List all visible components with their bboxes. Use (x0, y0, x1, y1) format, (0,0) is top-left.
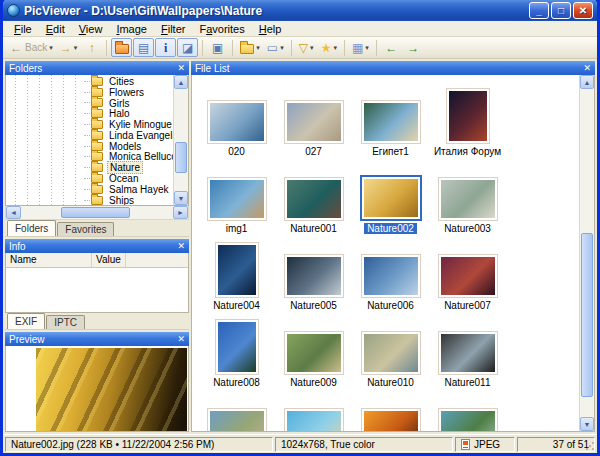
close-button[interactable]: ✕ (573, 2, 593, 19)
favorites-button[interactable]: ★▾ (318, 38, 340, 57)
close-icon[interactable]: ✕ (177, 335, 185, 344)
file-item-nature013[interactable]: Nature013 (275, 388, 352, 431)
tree-item-label: Girls (107, 98, 132, 109)
file-item-nature003[interactable]: Nature003 (429, 157, 506, 234)
chevron-down-icon[interactable]: ▾ (310, 44, 314, 52)
toolbar-separator (344, 40, 345, 56)
menu-view[interactable]: View (72, 22, 110, 36)
scroll-down-icon[interactable]: ▼ (580, 417, 594, 431)
thumbnail-image (287, 180, 341, 218)
tree-item-cities[interactable]: Cities (6, 76, 173, 87)
info-toggle-button[interactable]: i (155, 38, 176, 57)
chevron-down-icon[interactable]: ▾ (74, 44, 78, 52)
tree-item-flowers[interactable]: Flowers (6, 87, 173, 98)
close-icon[interactable]: ✕ (583, 64, 591, 73)
scrollbar-thumb[interactable] (581, 233, 593, 397)
file-item-label: Nature004 (210, 300, 263, 311)
scroll-right-icon[interactable]: ► (173, 206, 188, 219)
resize-grip-icon[interactable] (584, 440, 596, 452)
menu-favorites[interactable]: Favorites (192, 22, 251, 36)
file-item-nature002[interactable]: Nature002 (352, 157, 429, 234)
file-item-италия-форум[interactable]: Италия Форум (429, 80, 506, 157)
sidebar-tab-folders[interactable]: Folders (7, 220, 56, 236)
file-item-020[interactable]: 020 (198, 80, 275, 157)
title-bar: PicViewer - D:\User\Gif\Wallpapers\Natur… (3, 0, 597, 21)
scroll-up-icon[interactable]: ▲ (174, 75, 188, 89)
scroll-down-icon[interactable]: ▼ (174, 191, 188, 205)
chevron-down-icon[interactable]: ▾ (365, 44, 369, 52)
minimize-button[interactable]: _ (529, 2, 549, 19)
file-list-scrollbar[interactable]: ▲ ▼ (579, 75, 594, 431)
chevron-down-icon[interactable]: ▾ (280, 44, 284, 52)
close-icon[interactable]: ✕ (177, 242, 185, 251)
file-item-nature008[interactable]: Nature008 (198, 311, 275, 388)
file-item-nature009[interactable]: Nature009 (275, 311, 352, 388)
chevron-down-icon[interactable]: ▾ (256, 44, 260, 52)
tree-item-halo[interactable]: Halo (6, 108, 173, 119)
tree-item-linda-evangelista[interactable]: Linda Evangelista (6, 130, 173, 141)
previous-image-button[interactable]: ← (381, 38, 402, 57)
tree-horizontal-scrollbar[interactable]: ◄ ► (5, 206, 189, 220)
tree-vertical-scrollbar[interactable]: ▲ ▼ (173, 75, 188, 205)
scrollbar-thumb[interactable] (175, 142, 187, 173)
thumbnail-image (364, 411, 418, 431)
previous-image-icon: ← (385, 42, 397, 54)
file-item-nature004[interactable]: Nature004 (198, 234, 275, 311)
menu-filter[interactable]: Filter (154, 22, 192, 36)
file-item-nature005[interactable]: Nature005 (275, 234, 352, 311)
sidebar-tab-favorites[interactable]: Favorites (57, 222, 114, 236)
tree-item-models[interactable]: Models (6, 141, 173, 152)
scroll-up-icon[interactable]: ▲ (580, 75, 594, 89)
tree-item-ships[interactable]: Ships (6, 195, 173, 205)
scrollbar-thumb[interactable] (61, 207, 131, 218)
tree-item-kylie-minogue[interactable]: Kylie Minogue (6, 119, 173, 130)
slideshow-button[interactable]: ▭▾ (264, 38, 287, 57)
info-column-name[interactable]: Name (6, 253, 92, 267)
file-item-египет1[interactable]: Египет1 (352, 80, 429, 157)
tree-item-monica-bellucci[interactable]: Monica Bellucci (6, 152, 173, 163)
info-list-empty (5, 268, 189, 313)
menu-file[interactable]: File (7, 22, 39, 36)
menu-help[interactable]: Help (252, 22, 289, 36)
folders-panel-toggle-button[interactable] (111, 38, 132, 57)
thumbnail-grid: 020027Египет1Италия Форумimg1Nature001Na… (192, 75, 579, 431)
next-image-button[interactable]: → (403, 38, 424, 57)
menu-edit[interactable]: Edit (39, 22, 72, 36)
tree-item-salma-hayek[interactable]: Salma Hayek (6, 184, 173, 195)
menu-image[interactable]: Image (109, 22, 154, 36)
file-item-nature015[interactable]: Nature015 (429, 388, 506, 431)
info-tab-iptc[interactable]: IPTC (46, 315, 85, 329)
info-tab-exif[interactable]: EXIF (7, 313, 45, 329)
file-item-nature012[interactable]: Nature012 (198, 388, 275, 431)
file-item-nature010[interactable]: Nature010 (352, 311, 429, 388)
file-item-nature001[interactable]: Nature001 (275, 157, 352, 234)
back-button[interactable]: ←Back▾ (7, 38, 56, 57)
up-folder-button[interactable]: ↑ (81, 38, 102, 57)
info-tabs: EXIFIPTC (5, 313, 189, 330)
file-item-img1[interactable]: img1 (198, 157, 275, 234)
file-item-027[interactable]: 027 (275, 80, 352, 157)
tree-item-nature[interactable]: Nature (6, 162, 173, 173)
file-item-nature011[interactable]: Nature011 (429, 311, 506, 388)
forward-button[interactable]: →▾ (57, 38, 81, 57)
resize-window-button[interactable]: ▣ (207, 38, 228, 57)
file-item-nature007[interactable]: Nature007 (429, 234, 506, 311)
maximize-button[interactable]: □ (551, 2, 571, 19)
close-icon[interactable]: ✕ (177, 64, 185, 73)
file-item-summer2004[interactable]: Summer2004 (352, 388, 429, 431)
thumbnail-image (218, 245, 256, 295)
file-item-label: Nature005 (287, 300, 340, 311)
file-item-label: Nature007 (441, 300, 494, 311)
tree-item-ocean[interactable]: Ocean (6, 173, 173, 184)
thumbnail-view-button[interactable]: ▦▾ (349, 38, 372, 57)
tree-item-girls[interactable]: Girls (6, 98, 173, 109)
info-column-value[interactable]: Value (92, 253, 126, 267)
chevron-down-icon[interactable]: ▾ (333, 44, 337, 52)
filter-button[interactable]: ▽▾ (296, 38, 317, 57)
chevron-down-icon[interactable]: ▾ (49, 44, 53, 52)
scroll-left-icon[interactable]: ◄ (6, 206, 21, 219)
info-panel-toggle-button[interactable]: ▤ (133, 38, 154, 57)
file-item-nature006[interactable]: Nature006 (352, 234, 429, 311)
browse-folder-button[interactable]: ▾ (237, 38, 263, 57)
preview-panel-toggle-button[interactable]: ◪ (177, 38, 198, 57)
